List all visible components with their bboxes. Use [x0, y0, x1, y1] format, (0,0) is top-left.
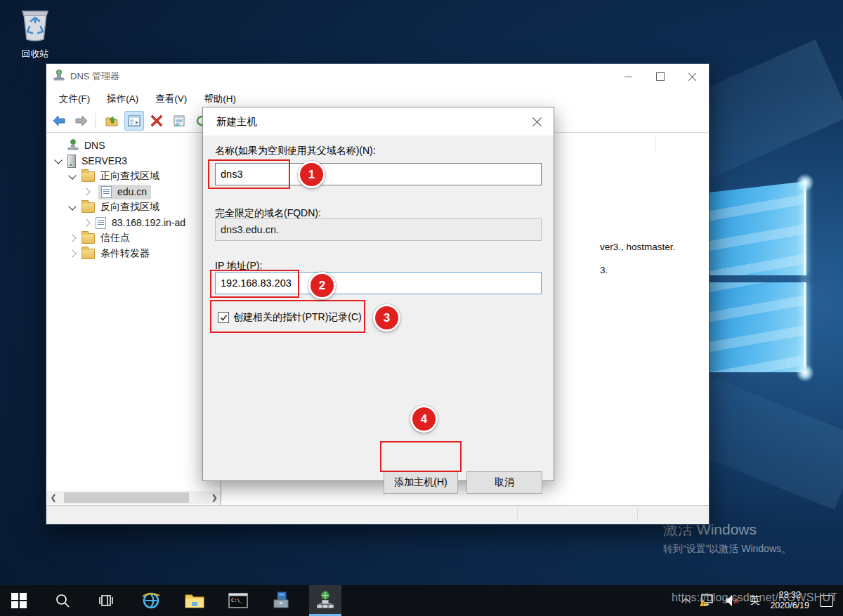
add-host-button[interactable]: 添加主机(H) — [384, 471, 458, 494]
name-field-label: 名称(如果为空则使用其父域名称)(N): — [215, 145, 376, 157]
server-manager-button[interactable] — [266, 585, 298, 616]
dns-manager-taskbar-button[interactable] — [309, 585, 341, 616]
maximize-button[interactable] — [644, 64, 677, 89]
dns-root-icon — [67, 139, 79, 152]
tree-item-reverse-zone[interactable]: 反向查找区域 — [47, 199, 221, 215]
zone-file-icon — [96, 217, 106, 229]
windows-logo-pane-top — [708, 181, 806, 275]
server-icon — [67, 155, 76, 168]
internet-explorer-icon — [140, 590, 162, 611]
activation-subtitle: 转到“设置”以激活 Windows。 — [663, 543, 791, 556]
windows-start-icon — [11, 593, 27, 608]
recycle-bin-label: 回收站 — [11, 48, 59, 60]
menu-file[interactable]: 文件(F) — [52, 90, 97, 108]
console-window-icon[interactable] — [124, 111, 144, 131]
scroll-left-icon[interactable]: ❮ — [47, 491, 60, 504]
command-prompt-button[interactable]: C:\_ — [222, 585, 254, 616]
chevron-down-icon[interactable] — [68, 171, 76, 179]
wallpaper-glow — [796, 364, 814, 382]
minimize-button[interactable] — [612, 64, 644, 89]
tree-label-server3: SERVER3 — [81, 155, 127, 166]
scroll-right-icon[interactable]: ❯ — [208, 491, 221, 504]
dialog-title: 新建主机 — [216, 115, 257, 129]
tree-label-conditional-forwarders: 条件转发器 — [100, 247, 150, 260]
annotation-rect-ip-input — [210, 270, 299, 298]
folder-icon — [81, 171, 95, 182]
maximize-icon — [656, 72, 665, 81]
tree-item-dns-root[interactable]: DNS — [47, 138, 221, 153]
internet-explorer-button[interactable] — [135, 585, 167, 616]
tree-item-conditional-forwarders[interactable]: 条件转发器 — [47, 246, 221, 261]
dialog-titlebar[interactable]: 新建主机 — [203, 107, 554, 136]
horizontal-scrollbar[interactable]: ❮ ❯ — [47, 491, 221, 504]
annotation-step-4: 4 — [410, 405, 438, 433]
close-icon — [688, 72, 697, 81]
tree-item-server3[interactable]: SERVER3 — [47, 153, 221, 169]
up-folder-icon[interactable] — [102, 111, 122, 131]
window-title: DNS 管理器 — [70, 70, 119, 83]
search-button[interactable] — [46, 585, 79, 616]
properties-icon[interactable] — [169, 111, 189, 131]
scrollbar-thumb[interactable] — [64, 492, 189, 503]
column-divider — [655, 136, 655, 151]
chevron-down-icon[interactable] — [68, 202, 76, 210]
recycle-bin-icon — [17, 34, 53, 46]
task-view-button[interactable] — [90, 585, 122, 616]
step-number: 2 — [319, 279, 325, 293]
cancel-button[interactable]: 取消 — [466, 471, 542, 494]
fqdn-input — [215, 218, 542, 241]
annotation-rect-ptr-checkbox — [210, 300, 365, 333]
annotation-step-2: 2 — [308, 272, 336, 299]
back-icon[interactable] — [49, 111, 69, 131]
windows-logo-pane-bottom — [708, 282, 806, 372]
record-row-partial: 3. — [600, 265, 608, 275]
wallpaper-glow — [796, 173, 814, 192]
console-tree-panel: DNS SERVER3 正向查找区域 edu.cn — [47, 133, 221, 506]
close-button[interactable] — [677, 64, 709, 89]
windows-activation-watermark: 激活 Windows 转到“设置”以激活 Windows。 — [663, 520, 791, 556]
dns-manager-icon — [316, 591, 334, 609]
step-number: 4 — [421, 412, 427, 426]
menu-action[interactable]: 操作(A) — [100, 90, 145, 108]
annotation-rect-name-input — [208, 159, 290, 189]
zone-file-icon — [101, 186, 112, 198]
chevron-right-icon[interactable] — [82, 188, 90, 195]
folder-icon — [81, 202, 95, 213]
tree-label-reverse-zone: 反向查找区域 — [100, 201, 159, 214]
menu-view[interactable]: 查看(V) — [148, 90, 194, 108]
minimize-icon — [625, 77, 632, 77]
chevron-right-icon[interactable] — [82, 218, 90, 226]
menu-bar: 文件(F) 操作(A) 查看(V) 帮助(H) — [46, 89, 709, 109]
tree-item-edu-cn[interactable]: edu.cn — [47, 184, 221, 199]
tree-item-forward-zone[interactable]: 正向查找区域 — [47, 169, 221, 184]
annotation-rect-add-host-button — [380, 441, 462, 472]
folder-icon — [81, 249, 95, 259]
tree-label-trust-points: 信任点 — [100, 232, 130, 244]
chevron-down-icon[interactable] — [54, 156, 62, 164]
tree-item-reverse-child[interactable]: 83.168.192.in-ad — [47, 215, 221, 230]
chevron-right-icon[interactable] — [68, 249, 76, 257]
desktop: 回收站 激活 Windows 转到“设置”以激活 Windows。 DNS 管理… — [0, 0, 843, 616]
start-button[interactable] — [3, 585, 35, 616]
csdn-watermark: https://blog.csdn.net/NOWSHUT — [672, 591, 837, 604]
file-explorer-button[interactable] — [178, 585, 211, 616]
dialog-close-button[interactable] — [530, 114, 545, 129]
recycle-bin-desktop-icon[interactable]: 回收站 — [11, 6, 59, 60]
menu-help[interactable]: 帮助(H) — [197, 90, 243, 108]
command-prompt-icon: C:\_ — [228, 593, 248, 608]
windows-logo-edge — [804, 282, 806, 372]
step-number: 1 — [308, 168, 315, 182]
server-manager-icon — [271, 591, 292, 610]
annotation-step-1: 1 — [298, 161, 325, 188]
window-titlebar[interactable]: DNS 管理器 — [46, 64, 709, 89]
forward-icon[interactable] — [72, 111, 91, 131]
tree-item-trust-points[interactable]: 信任点 — [47, 230, 221, 246]
tree-label-forward-zone: 正向查找区域 — [100, 170, 159, 183]
status-bar — [46, 505, 709, 524]
tree-label-reverse-child: 83.168.192.in-ad — [112, 217, 185, 228]
tree-label-dns: DNS — [84, 140, 105, 151]
file-explorer-icon — [185, 592, 204, 609]
delete-icon[interactable] — [147, 111, 166, 131]
close-icon — [532, 117, 542, 126]
chevron-right-icon[interactable] — [68, 234, 76, 242]
